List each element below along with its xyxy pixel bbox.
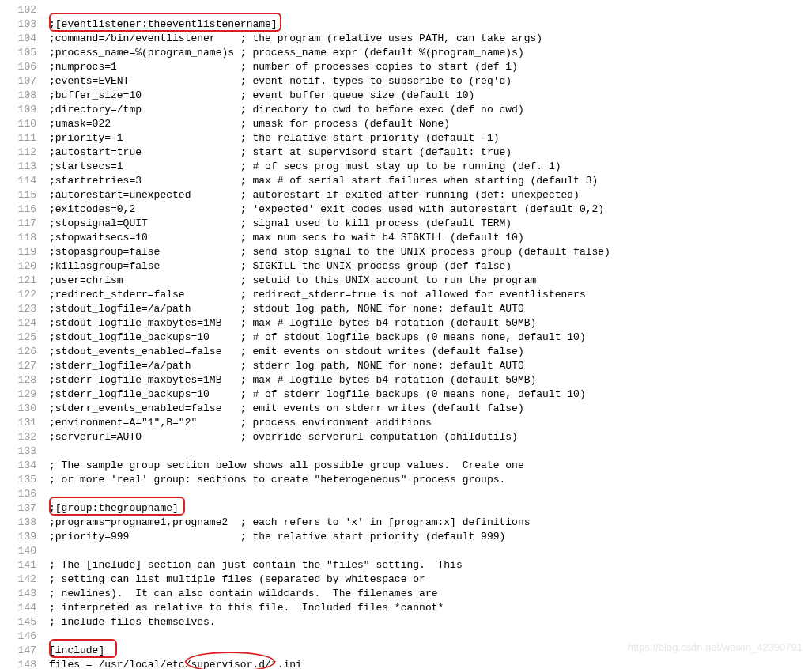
code-text: ;stdout_logfile_maxbytes=1MB ; max # log… [49, 316, 812, 331]
code-text: ;redirect_stderr=false ; redirect_stderr… [49, 288, 812, 302]
code-line: 107;events=EVENT ; event notif. types to… [0, 74, 812, 89]
line-number: 116 [0, 202, 49, 217]
code-text: ;stderr_logfile_maxbytes=1MB ; max # log… [49, 373, 812, 387]
line-number: 137 [0, 501, 49, 516]
code-line: 125;stdout_logfile_backups=10 ; # of std… [0, 331, 812, 345]
code-line: 117;stopsignal=QUIT ; signal used to kil… [0, 217, 812, 231]
code-line: 128;stderr_logfile_maxbytes=1MB ; max # … [0, 373, 812, 387]
code-line: 122;redirect_stderr=false ; redirect_std… [0, 288, 812, 302]
line-number: 104 [0, 32, 49, 46]
line-number: 118 [0, 231, 49, 245]
line-number: 133 [0, 444, 49, 459]
code-line: 114;startretries=3 ; max # of serial sta… [0, 174, 812, 188]
code-line: 147[include] [0, 644, 812, 658]
line-number: 132 [0, 430, 49, 444]
line-number: 117 [0, 217, 49, 231]
line-number: 126 [0, 345, 49, 359]
code-text: ;stdout_events_enabled=false ; emit even… [49, 345, 812, 359]
line-number: 111 [0, 131, 49, 146]
line-number: 145 [0, 615, 49, 629]
code-line: 121;user=chrism ; setuid to this UNIX ac… [0, 274, 812, 288]
line-number: 144 [0, 601, 49, 615]
code-line: 103;[eventlistener:theeventlistenername] [0, 17, 812, 32]
code-text: ;programs=progname1,progname2 ; each ref… [49, 516, 812, 530]
line-number: 128 [0, 373, 49, 387]
line-number: 123 [0, 302, 49, 316]
code-text: ; or more 'real' group: sections to crea… [49, 473, 812, 487]
code-line: 113;startsecs=1 ; # of secs prog must st… [0, 160, 812, 174]
code-text: ;stderr_events_enabled=false ; emit even… [49, 402, 812, 416]
line-number: 121 [0, 274, 49, 288]
code-line: 136 [0, 487, 812, 501]
code-line: 131;environment=A="1",B="2" ; process en… [0, 416, 812, 430]
code-text: ; The sample group section below shows a… [49, 459, 812, 473]
code-line: 146 [0, 629, 812, 644]
code-text: [include] [49, 644, 812, 658]
code-text: ;stderr_logfile_backups=10 ; # of stderr… [49, 387, 812, 402]
code-text: ;autostart=true ; start at supervisord s… [49, 146, 812, 160]
code-text: ;priority=-1 ; the relative start priori… [49, 131, 812, 146]
line-number: 138 [0, 516, 49, 530]
line-number: 135 [0, 473, 49, 487]
code-line: 116;exitcodes=0,2 ; 'expected' exit code… [0, 202, 812, 217]
line-number: 103 [0, 17, 49, 32]
code-line: 102 [0, 3, 812, 17]
line-number: 125 [0, 331, 49, 345]
line-number: 107 [0, 74, 49, 89]
code-line: 144; interpreted as relative to this fil… [0, 601, 812, 615]
code-line: 132;serverurl=AUTO ; override serverurl … [0, 430, 812, 444]
code-text: ;events=EVENT ; event notif. types to su… [49, 74, 812, 89]
code-line: 110;umask=022 ; umask for process (defau… [0, 117, 812, 131]
code-line: 127;stderr_logfile=/a/path ; stderr log … [0, 359, 812, 373]
line-number: 129 [0, 387, 49, 402]
line-number: 127 [0, 359, 49, 373]
line-number: 105 [0, 46, 49, 60]
line-number: 146 [0, 629, 49, 644]
code-text: ;stopwaitsecs=10 ; max num secs to wait … [49, 231, 812, 245]
code-line: 139;priority=999 ; the relative start pr… [0, 530, 812, 544]
code-line: 129;stderr_logfile_backups=10 ; # of std… [0, 387, 812, 402]
line-number: 130 [0, 402, 49, 416]
line-number: 147 [0, 644, 49, 658]
code-text: ;startsecs=1 ; # of secs prog must stay … [49, 160, 812, 174]
line-number: 102 [0, 3, 49, 17]
code-text: ; The [include] section can just contain… [49, 558, 812, 573]
code-line: 115;autorestart=unexpected ; autorestart… [0, 188, 812, 202]
code-line: 133 [0, 444, 812, 459]
code-line: 111;priority=-1 ; the relative start pri… [0, 131, 812, 146]
code-text: ;[eventlistener:theeventlistenername] [49, 17, 812, 32]
code-text: ;killasgroup=false ; SIGKILL the UNIX pr… [49, 259, 812, 274]
code-text: ;exitcodes=0,2 ; 'expected' exit codes u… [49, 202, 812, 217]
code-text: ;user=chrism ; setuid to this UNIX accou… [49, 274, 812, 288]
code-line: 119;stopasgroup=false ; send stop signal… [0, 245, 812, 259]
code-text: ; include files themselves. [49, 615, 812, 629]
code-text: ; setting can list multiple files (separ… [49, 573, 812, 587]
code-text: ;process_name=%(program_name)s ; process… [49, 46, 812, 60]
code-line: 123;stdout_logfile=/a/path ; stdout log … [0, 302, 812, 316]
line-number: 119 [0, 245, 49, 259]
line-number: 141 [0, 558, 49, 573]
code-line: 112;autostart=true ; start at supervisor… [0, 146, 812, 160]
line-number: 131 [0, 416, 49, 430]
code-line: 135; or more 'real' group: sections to c… [0, 473, 812, 487]
code-line: 126;stdout_events_enabled=false ; emit e… [0, 345, 812, 359]
line-number: 143 [0, 587, 49, 601]
line-number: 139 [0, 530, 49, 544]
code-line: 148files = /usr/local/etc/supervisor.d/*… [0, 658, 812, 669]
code-text: ;command=/bin/eventlistener ; the progra… [49, 32, 812, 46]
code-text: ;stderr_logfile=/a/path ; stderr log pat… [49, 359, 812, 373]
code-text: files = /usr/local/etc/supervisor.d/*.in… [49, 658, 812, 669]
code-text: ;directory=/tmp ; directory to cwd to be… [49, 103, 812, 117]
code-text: ;numprocs=1 ; number of processes copies… [49, 60, 812, 74]
code-text: ;priority=999 ; the relative start prior… [49, 530, 812, 544]
code-text: ;stdout_logfile=/a/path ; stdout log pat… [49, 302, 812, 316]
line-number: 114 [0, 174, 49, 188]
code-text: ;buffer_size=10 ; event buffer queue siz… [49, 89, 812, 103]
line-number: 136 [0, 487, 49, 501]
line-number: 110 [0, 117, 49, 131]
code-text: ;serverurl=AUTO ; override serverurl com… [49, 430, 812, 444]
line-number: 140 [0, 544, 49, 558]
code-line: 130;stderr_events_enabled=false ; emit e… [0, 402, 812, 416]
line-number: 113 [0, 160, 49, 174]
code-line: 140 [0, 544, 812, 558]
